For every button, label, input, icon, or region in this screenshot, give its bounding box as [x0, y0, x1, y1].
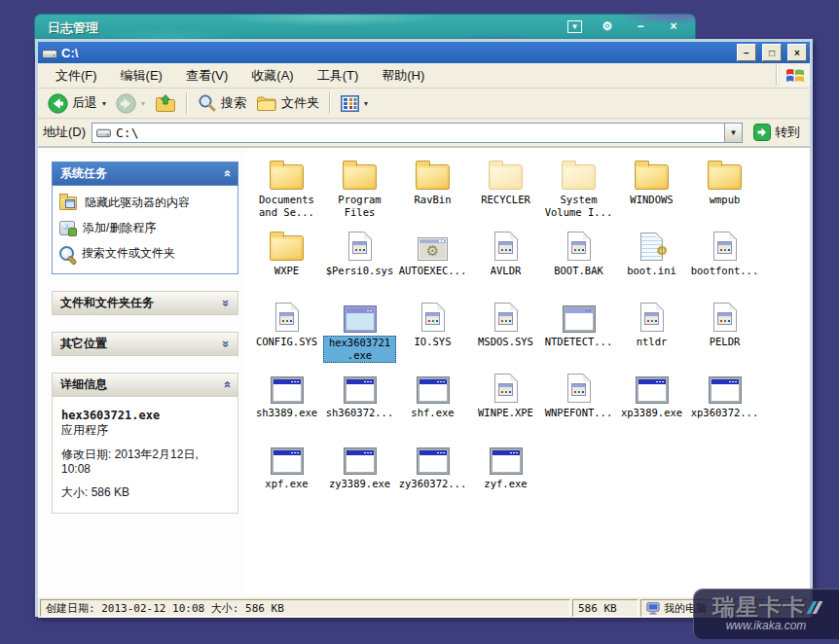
minimize-button[interactable]: −	[737, 44, 756, 61]
file-icon-slot	[418, 441, 449, 474]
back-button[interactable]: 后退 ▾	[44, 91, 110, 116]
search-button[interactable]: 搜索	[194, 91, 250, 115]
details-body: hex3603721.exe 应用程序 修改日期: 2013年2月12日, 10…	[52, 397, 238, 514]
address-bar: 地址(D) C:\ ▼ 转到	[38, 119, 810, 147]
address-input[interactable]: C:\ ▼	[91, 123, 743, 143]
panel-header-file-tasks[interactable]: 文件和文件夹任务 »	[52, 291, 238, 315]
folders-button[interactable]: 文件夹	[252, 92, 323, 114]
file-item[interactable]: RECYCLER	[469, 154, 542, 225]
views-dropdown-icon[interactable]: ▾	[364, 99, 368, 108]
file-item[interactable]: WINPE.XPE	[469, 367, 542, 438]
views-button[interactable]: ▾	[337, 93, 372, 114]
file-item[interactable]: sh360372...	[323, 367, 396, 438]
menu-item[interactable]: 文件(F)	[44, 64, 109, 88]
file-item[interactable]: boot.ini	[615, 225, 688, 296]
chevron-down-icon[interactable]: »	[219, 300, 234, 306]
back-dropdown-icon[interactable]: ▾	[102, 99, 106, 108]
task-icon	[59, 197, 77, 210]
drive-icon	[96, 126, 111, 138]
up-folder-icon	[155, 93, 176, 113]
file-icon	[421, 303, 445, 332]
task-item[interactable]: 隐藏此驱动器的内容	[59, 195, 232, 211]
go-button[interactable]: 转到	[748, 123, 805, 142]
file-icon	[270, 164, 304, 190]
file-item[interactable]: PELDR	[688, 296, 761, 367]
file-item[interactable]: RavBin	[396, 154, 469, 225]
panel-title: 文件和文件夹任务	[60, 295, 154, 311]
menu-item[interactable]: 编辑(E)	[109, 64, 174, 88]
file-item[interactable]: BOOT.BAK	[542, 225, 615, 296]
menu-item[interactable]: 工具(T)	[306, 64, 371, 88]
panel-title: 系统任务	[60, 165, 107, 182]
file-label: zy3389.exe	[327, 478, 392, 490]
file-item[interactable]: Documents and Se...	[250, 154, 323, 225]
explorer-titlebar[interactable]: C:\ − □ ×	[38, 42, 810, 63]
file-item[interactable]: xp3389.exe	[615, 367, 688, 438]
menu-item[interactable]: 收藏(A)	[239, 64, 305, 88]
watermark-brand: 瑞星卡卡	[712, 595, 806, 619]
file-list: Documents and Se... Program Files RavBin	[246, 148, 810, 596]
chevron-down-icon[interactable]: »	[219, 340, 234, 347]
file-label: sh3389.exe	[254, 407, 319, 419]
log-close-button[interactable]: ×	[666, 18, 681, 34]
log-settings-gear-icon[interactable]: ⚙	[600, 18, 615, 34]
chevron-up-icon[interactable]: »	[219, 170, 234, 177]
task-item[interactable]: 搜索文件或文件夹	[59, 245, 232, 262]
file-icon-slot	[275, 299, 299, 332]
file-item[interactable]: CONFIG.SYS	[250, 296, 323, 367]
file-item[interactable]: System Volume I...	[542, 154, 615, 225]
task-icon	[59, 246, 74, 261]
task-item[interactable]: 添加/删除程序	[59, 220, 232, 236]
file-icon-slot	[713, 299, 737, 332]
up-button[interactable]	[151, 91, 180, 115]
file-item[interactable]: zy3389.exe	[323, 438, 396, 509]
maximize-button[interactable]: □	[762, 44, 782, 61]
file-item[interactable]: ntldr	[615, 296, 688, 367]
forward-dropdown-icon[interactable]: ▾	[141, 99, 145, 108]
file-icon	[418, 237, 448, 261]
file-icon-slot	[637, 370, 668, 403]
file-item[interactable]: hex3603721.exe	[323, 296, 396, 367]
details-modified-time: 10:08	[61, 462, 230, 477]
menu-item[interactable]: 帮助(H)	[370, 64, 436, 88]
log-window-title: 日志管理	[48, 19, 98, 37]
file-item[interactable]: WINDOWS	[615, 154, 688, 225]
file-item[interactable]: NTDETECT...	[542, 296, 615, 367]
file-icon	[418, 377, 449, 403]
file-item[interactable]: $Persi0.sys	[323, 225, 396, 296]
chevron-up-icon[interactable]: »	[219, 381, 234, 388]
panel-header-system-tasks[interactable]: 系统任务 »	[52, 161, 238, 186]
close-button[interactable]: ×	[787, 44, 807, 61]
file-item[interactable]: xp360372...	[688, 367, 761, 438]
file-label: NTDETECT...	[543, 336, 615, 348]
file-icon	[272, 377, 303, 403]
file-icon-slot	[708, 157, 742, 190]
file-item[interactable]: shf.exe	[396, 367, 469, 438]
file-item[interactable]: Program Files	[323, 154, 396, 225]
panel-header-details[interactable]: 详细信息 »	[52, 373, 238, 397]
file-item[interactable]: wmpub	[688, 154, 761, 225]
log-minimize-button[interactable]: −	[633, 18, 648, 34]
panel-header-other-places[interactable]: 其它位置 »	[52, 332, 238, 356]
back-icon	[48, 93, 68, 114]
file-item[interactable]: WNPEFONT...	[542, 367, 615, 438]
file-item[interactable]: zyf.exe	[469, 438, 542, 509]
menu-item[interactable]: 查看(V)	[174, 64, 239, 88]
file-item[interactable]: IO.SYS	[396, 296, 469, 367]
status-info: 创建日期: 2013-02-12 10:08 大小: 586 KB	[40, 599, 570, 617]
file-label: $Persi0.sys	[324, 265, 396, 277]
forward-button[interactable]: ▾	[112, 91, 149, 116]
file-item[interactable]: bootfont...	[688, 225, 761, 296]
file-icon	[567, 374, 591, 403]
file-item[interactable]: AVLDR	[469, 225, 542, 296]
file-item[interactable]: WXPE	[250, 225, 323, 296]
file-item[interactable]: MSDOS.SYS	[469, 296, 542, 367]
file-item[interactable]: zy360372...	[396, 438, 469, 509]
file-item[interactable]: AUTOEXEC...	[396, 225, 469, 296]
log-dropdown-icon[interactable]: ▼	[567, 20, 582, 33]
file-item[interactable]: sh3389.exe	[250, 367, 323, 438]
file-icon	[275, 303, 299, 332]
file-item[interactable]: xpf.exe	[250, 438, 323, 509]
address-dropdown-button[interactable]: ▼	[724, 124, 742, 142]
file-icon	[640, 303, 664, 332]
